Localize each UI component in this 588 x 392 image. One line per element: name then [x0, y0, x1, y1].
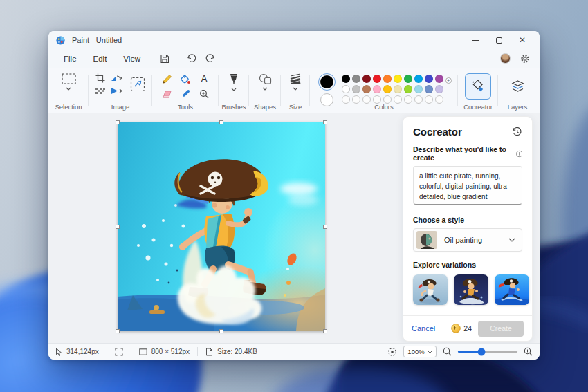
color-picker-tool-button[interactable]	[180, 89, 191, 99]
canvas[interactable]	[118, 122, 325, 331]
color-swatch[interactable]	[383, 85, 392, 93]
create-button[interactable]: Create	[478, 321, 524, 337]
text-tool-button[interactable]: A	[199, 74, 210, 84]
selection-handle[interactable]	[219, 120, 223, 124]
save-button[interactable]	[156, 52, 174, 66]
selection-tool-button[interactable]	[62, 73, 76, 84]
zoom-level-dropdown[interactable]: 100%	[403, 346, 437, 357]
work-area: Cocreator Describe what you'd like to cr…	[48, 113, 540, 343]
color-swatch[interactable]	[383, 75, 392, 83]
menu-edit[interactable]: Edit	[85, 52, 116, 66]
color-swatch[interactable]	[425, 85, 433, 93]
variation-thumbnail-3[interactable]	[495, 274, 529, 305]
shapes-button[interactable]	[259, 73, 272, 84]
brushes-group: Brushes	[219, 68, 249, 113]
chevron-down-icon[interactable]	[262, 87, 268, 91]
zoom-slider[interactable]	[458, 348, 517, 356]
minimize-button[interactable]	[463, 32, 487, 48]
color-swatch[interactable]	[414, 75, 423, 83]
color-swatch[interactable]	[342, 85, 350, 93]
color-swatch[interactable]	[404, 85, 412, 93]
foreground-color-well[interactable]	[320, 75, 333, 88]
magnifier-icon	[199, 89, 209, 99]
chevron-down-icon[interactable]	[231, 88, 237, 91]
settings-gear-icon[interactable]	[520, 54, 530, 64]
undo-button[interactable]	[183, 52, 201, 66]
color-swatch-empty[interactable]	[362, 95, 371, 104]
background-color-well[interactable]	[320, 93, 333, 106]
color-swatch[interactable]	[394, 85, 402, 93]
color-swatch[interactable]	[404, 75, 412, 83]
zoom-in-button[interactable]	[524, 347, 533, 356]
selection-size	[115, 348, 123, 356]
color-swatch[interactable]	[362, 75, 371, 83]
statusbar-separator	[197, 347, 198, 356]
selection-handle[interactable]	[323, 120, 327, 124]
variation-thumbnail-1[interactable]	[413, 274, 448, 305]
cancel-button[interactable]: Cancel	[412, 324, 435, 333]
selection-handle[interactable]	[116, 120, 120, 124]
layers-button[interactable]	[504, 73, 531, 100]
color-swatch[interactable]	[435, 85, 443, 93]
menu-file[interactable]: File	[55, 52, 85, 66]
brushes-button[interactable]	[229, 73, 239, 85]
prompt-input[interactable]: a little cute pirate, running, colorful,…	[413, 166, 522, 205]
magnifier-tool-button[interactable]	[199, 89, 210, 99]
chevron-down-icon	[428, 351, 432, 353]
color-swatch-empty[interactable]	[414, 95, 423, 104]
menu-view[interactable]: View	[115, 52, 149, 66]
rotate-button[interactable]	[111, 74, 125, 83]
color-swatch[interactable]	[352, 85, 360, 93]
selection-handle[interactable]	[323, 329, 327, 333]
statusbar: 314,124px 800 × 512px Size: 20.4KB	[48, 343, 540, 360]
color-swatch[interactable]	[352, 75, 360, 83]
color-swatch-empty[interactable]	[342, 95, 350, 104]
cursor-position: 314,124px	[55, 348, 99, 356]
color-swatch[interactable]	[414, 85, 423, 93]
color-swatch-empty[interactable]	[425, 95, 433, 104]
cocreator-button[interactable]	[465, 73, 491, 100]
zoom-slider-thumb[interactable]	[478, 348, 486, 355]
history-icon[interactable]	[512, 127, 522, 137]
color-swatch[interactable]	[435, 75, 443, 83]
redo-button[interactable]	[201, 52, 219, 66]
maximize-button[interactable]	[487, 32, 511, 48]
selection-handle[interactable]	[116, 225, 120, 229]
color-swatch[interactable]	[373, 75, 381, 83]
brush-icon	[229, 73, 239, 85]
color-swatch-empty[interactable]	[435, 95, 443, 104]
color-swatch[interactable]	[362, 85, 371, 93]
marquee-select-button[interactable]	[95, 88, 105, 95]
pencil-tool-button[interactable]	[161, 74, 172, 84]
selection-handle[interactable]	[323, 225, 327, 229]
cocreator-panel: Cocreator Describe what you'd like to cr…	[403, 116, 533, 342]
crop-button[interactable]	[95, 73, 105, 83]
minimize-icon	[472, 40, 479, 41]
flip-button[interactable]	[111, 87, 125, 95]
fit-to-screen-button[interactable]	[387, 347, 397, 357]
color-swatch[interactable]	[342, 75, 350, 83]
selection-handle[interactable]	[219, 329, 223, 333]
color-swatch-empty[interactable]	[404, 95, 412, 104]
eraser-tool-button[interactable]	[161, 89, 172, 99]
info-icon[interactable]	[516, 150, 522, 158]
variation-thumbnail-2[interactable]	[454, 274, 488, 305]
color-swatch[interactable]	[373, 85, 381, 93]
close-button[interactable]: ✕	[511, 32, 534, 48]
color-swatch[interactable]	[394, 75, 402, 83]
paint-window: Paint - Untitled ✕ File Edit View	[48, 31, 540, 360]
size-button[interactable]	[289, 73, 302, 84]
zoom-out-button[interactable]	[443, 347, 452, 356]
style-dropdown[interactable]: Oil painting	[413, 228, 522, 252]
color-swatch-empty[interactable]	[394, 95, 402, 104]
color-swatch-empty[interactable]	[352, 95, 360, 104]
color-swatch[interactable]	[425, 75, 433, 83]
canvas-size-value: 800 × 512px	[151, 348, 190, 355]
account-avatar[interactable]	[500, 53, 511, 64]
chevron-down-icon[interactable]	[66, 87, 71, 91]
variations-label: Explore variations	[413, 261, 522, 269]
chevron-down-icon[interactable]	[293, 87, 298, 91]
fill-tool-button[interactable]	[180, 74, 191, 84]
resize-button[interactable]	[130, 77, 145, 92]
selection-handle[interactable]	[116, 329, 120, 333]
